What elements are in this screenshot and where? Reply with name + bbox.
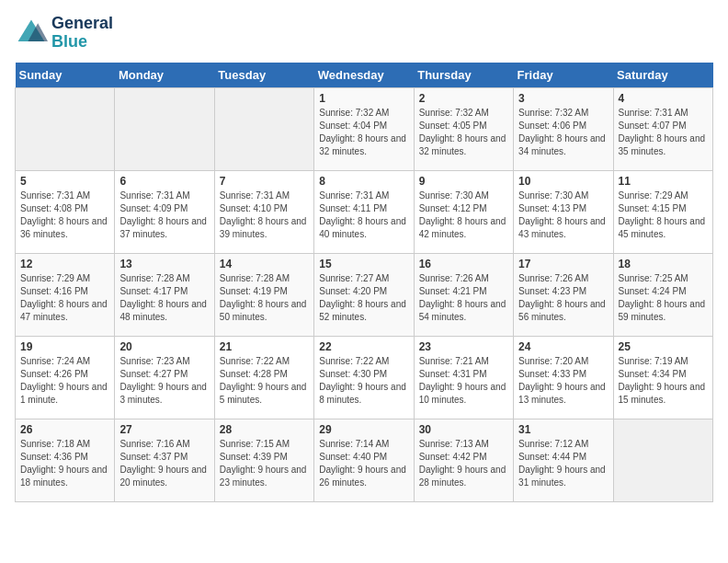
- calendar-cell: 8Sunrise: 7:31 AM Sunset: 4:11 PM Daylig…: [314, 170, 414, 253]
- day-info: Sunrise: 7:31 AM Sunset: 4:10 PM Dayligh…: [220, 190, 309, 241]
- calendar-cell: 15Sunrise: 7:27 AM Sunset: 4:20 PM Dayli…: [314, 253, 414, 336]
- calendar-cell: 24Sunrise: 7:20 AM Sunset: 4:33 PM Dayli…: [514, 336, 613, 419]
- day-info: Sunrise: 7:32 AM Sunset: 4:04 PM Dayligh…: [319, 107, 408, 158]
- day-number: 16: [419, 258, 508, 270]
- day-number: 18: [619, 258, 708, 270]
- calendar-cell: [115, 87, 214, 170]
- calendar-cell: 29Sunrise: 7:14 AM Sunset: 4:40 PM Dayli…: [314, 419, 414, 501]
- calendar-cell: 6Sunrise: 7:31 AM Sunset: 4:09 PM Daylig…: [115, 170, 214, 253]
- calendar-cell: 25Sunrise: 7:19 AM Sunset: 4:34 PM Dayli…: [613, 336, 712, 419]
- day-info: Sunrise: 7:28 AM Sunset: 4:19 PM Dayligh…: [220, 272, 309, 324]
- calendar-cell: [214, 87, 313, 170]
- day-info: Sunrise: 7:18 AM Sunset: 4:36 PM Dayligh…: [20, 438, 109, 489]
- day-info: Sunrise: 7:13 AM Sunset: 4:42 PM Dayligh…: [419, 438, 508, 489]
- day-number: 30: [419, 423, 508, 436]
- calendar-cell: 1Sunrise: 7:32 AM Sunset: 4:04 PM Daylig…: [314, 87, 414, 170]
- calendar-cell: 9Sunrise: 7:30 AM Sunset: 4:12 PM Daylig…: [414, 170, 513, 253]
- day-info: Sunrise: 7:30 AM Sunset: 4:12 PM Dayligh…: [419, 190, 508, 241]
- day-info: Sunrise: 7:28 AM Sunset: 4:17 PM Dayligh…: [119, 272, 209, 324]
- day-number: 7: [220, 175, 309, 188]
- day-header-tuesday: Tuesday: [214, 63, 313, 88]
- calendar-cell: 2Sunrise: 7:32 AM Sunset: 4:05 PM Daylig…: [414, 87, 513, 170]
- day-info: Sunrise: 7:32 AM Sunset: 4:06 PM Dayligh…: [518, 107, 608, 158]
- day-header-wednesday: Wednesday: [314, 63, 414, 88]
- day-number: 9: [419, 175, 508, 188]
- day-info: Sunrise: 7:21 AM Sunset: 4:31 PM Dayligh…: [419, 355, 508, 407]
- calendar-cell: 31Sunrise: 7:12 AM Sunset: 4:44 PM Dayli…: [514, 419, 613, 501]
- day-number: 8: [319, 175, 408, 188]
- calendar-cell: 27Sunrise: 7:16 AM Sunset: 4:37 PM Dayli…: [115, 419, 214, 501]
- day-number: 3: [518, 92, 608, 105]
- day-number: 19: [20, 340, 109, 353]
- day-number: 29: [319, 423, 408, 436]
- calendar-cell: 22Sunrise: 7:22 AM Sunset: 4:30 PM Dayli…: [314, 336, 414, 419]
- day-number: 12: [20, 258, 109, 270]
- day-info: Sunrise: 7:15 AM Sunset: 4:39 PM Dayligh…: [220, 438, 309, 489]
- calendar-cell: 11Sunrise: 7:29 AM Sunset: 4:15 PM Dayli…: [613, 170, 712, 253]
- calendar-cell: 30Sunrise: 7:13 AM Sunset: 4:42 PM Dayli…: [414, 419, 513, 501]
- day-header-saturday: Saturday: [613, 63, 712, 88]
- calendar-cell: 26Sunrise: 7:18 AM Sunset: 4:36 PM Dayli…: [16, 419, 115, 501]
- day-info: Sunrise: 7:26 AM Sunset: 4:21 PM Dayligh…: [419, 272, 508, 324]
- day-number: 2: [419, 92, 508, 105]
- day-number: 31: [518, 423, 608, 436]
- logo-icon: [15, 17, 48, 50]
- day-number: 27: [119, 423, 209, 436]
- day-number: 4: [619, 92, 708, 105]
- calendar-cell: 10Sunrise: 7:30 AM Sunset: 4:13 PM Dayli…: [514, 170, 613, 253]
- day-number: 21: [220, 340, 309, 353]
- day-info: Sunrise: 7:27 AM Sunset: 4:20 PM Dayligh…: [319, 272, 408, 324]
- day-info: Sunrise: 7:23 AM Sunset: 4:27 PM Dayligh…: [119, 355, 209, 407]
- logo: General Blue: [15, 15, 113, 52]
- day-header-friday: Friday: [514, 63, 613, 88]
- day-info: Sunrise: 7:32 AM Sunset: 4:05 PM Dayligh…: [419, 107, 508, 158]
- day-number: 22: [319, 340, 408, 353]
- calendar-header: SundayMondayTuesdayWednesdayThursdayFrid…: [16, 63, 713, 88]
- day-info: Sunrise: 7:31 AM Sunset: 4:07 PM Dayligh…: [619, 107, 708, 158]
- calendar-cell: [16, 87, 115, 170]
- day-info: Sunrise: 7:25 AM Sunset: 4:24 PM Dayligh…: [619, 272, 708, 324]
- day-number: 13: [119, 258, 209, 270]
- calendar-cell: 14Sunrise: 7:28 AM Sunset: 4:19 PM Dayli…: [214, 253, 313, 336]
- calendar-cell: 4Sunrise: 7:31 AM Sunset: 4:07 PM Daylig…: [613, 87, 712, 170]
- day-info: Sunrise: 7:29 AM Sunset: 4:16 PM Dayligh…: [20, 272, 109, 324]
- day-number: 20: [119, 340, 209, 353]
- calendar-cell: 5Sunrise: 7:31 AM Sunset: 4:08 PM Daylig…: [16, 170, 115, 253]
- day-number: 5: [20, 175, 109, 188]
- day-info: Sunrise: 7:22 AM Sunset: 4:28 PM Dayligh…: [220, 355, 309, 407]
- calendar-cell: 28Sunrise: 7:15 AM Sunset: 4:39 PM Dayli…: [214, 419, 313, 501]
- day-number: 10: [518, 175, 608, 188]
- day-info: Sunrise: 7:30 AM Sunset: 4:13 PM Dayligh…: [518, 190, 608, 241]
- calendar-cell: 18Sunrise: 7:25 AM Sunset: 4:24 PM Dayli…: [613, 253, 712, 336]
- day-info: Sunrise: 7:24 AM Sunset: 4:26 PM Dayligh…: [20, 355, 109, 407]
- day-info: Sunrise: 7:31 AM Sunset: 4:09 PM Dayligh…: [119, 190, 209, 241]
- calendar-cell: 7Sunrise: 7:31 AM Sunset: 4:10 PM Daylig…: [214, 170, 313, 253]
- calendar-cell: 13Sunrise: 7:28 AM Sunset: 4:17 PM Dayli…: [115, 253, 214, 336]
- day-number: 26: [20, 423, 109, 436]
- day-number: 11: [619, 175, 708, 188]
- day-number: 24: [518, 340, 608, 353]
- day-info: Sunrise: 7:29 AM Sunset: 4:15 PM Dayligh…: [619, 190, 708, 241]
- calendar-cell: 12Sunrise: 7:29 AM Sunset: 4:16 PM Dayli…: [16, 253, 115, 336]
- calendar-cell: [613, 419, 712, 501]
- day-info: Sunrise: 7:26 AM Sunset: 4:23 PM Dayligh…: [518, 272, 608, 324]
- day-info: Sunrise: 7:31 AM Sunset: 4:08 PM Dayligh…: [20, 190, 109, 241]
- calendar-cell: 20Sunrise: 7:23 AM Sunset: 4:27 PM Dayli…: [115, 336, 214, 419]
- day-info: Sunrise: 7:31 AM Sunset: 4:11 PM Dayligh…: [319, 190, 408, 241]
- day-header-thursday: Thursday: [414, 63, 513, 88]
- calendar-cell: 23Sunrise: 7:21 AM Sunset: 4:31 PM Dayli…: [414, 336, 513, 419]
- day-number: 17: [518, 258, 608, 270]
- page-header: General Blue: [15, 15, 713, 52]
- calendar-cell: 21Sunrise: 7:22 AM Sunset: 4:28 PM Dayli…: [214, 336, 313, 419]
- calendar-table: SundayMondayTuesdayWednesdayThursdayFrid…: [15, 63, 713, 502]
- day-info: Sunrise: 7:19 AM Sunset: 4:34 PM Dayligh…: [619, 355, 708, 407]
- calendar-cell: 16Sunrise: 7:26 AM Sunset: 4:21 PM Dayli…: [414, 253, 513, 336]
- day-info: Sunrise: 7:16 AM Sunset: 4:37 PM Dayligh…: [119, 438, 209, 489]
- calendar-cell: 19Sunrise: 7:24 AM Sunset: 4:26 PM Dayli…: [16, 336, 115, 419]
- day-number: 1: [319, 92, 408, 105]
- day-number: 15: [319, 258, 408, 270]
- day-header-sunday: Sunday: [16, 63, 115, 88]
- day-number: 25: [619, 340, 708, 353]
- day-header-monday: Monday: [115, 63, 214, 88]
- calendar-cell: 17Sunrise: 7:26 AM Sunset: 4:23 PM Dayli…: [514, 253, 613, 336]
